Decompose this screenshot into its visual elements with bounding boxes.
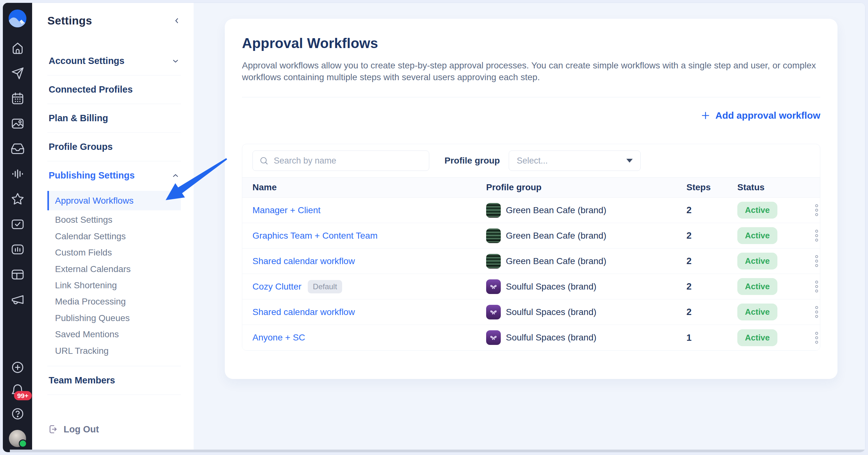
subnav-item-approval-workflows[interactable]: Approval Workflows [48,191,181,210]
row-actions-kebab[interactable] [813,304,820,320]
sidebar-item-plan-billing[interactable]: Plan & Billing [48,104,181,133]
search-input[interactable] [274,156,423,166]
profile-group-select[interactable]: Select... [509,150,641,171]
calendar-icon[interactable] [10,91,25,106]
ads-megaphone-icon[interactable] [10,292,25,307]
column-header-name: Name [252,182,486,193]
profile-group-avatar [486,228,501,243]
media-library-icon[interactable] [10,116,25,131]
table-row: Shared calendar workflow Soulful Spaces … [242,300,820,325]
workflows-table: Profile group Select... Name Profile gro… [242,144,820,351]
subnav-item-saved-mentions[interactable]: Saved Mentions [48,326,181,342]
user-avatar[interactable] [9,430,26,447]
table-header: Name Profile group Steps Status [242,177,820,198]
steps-count: 2 [686,307,737,317]
row-actions-kebab[interactable] [813,228,820,244]
status-badge: Active [737,304,777,320]
sidebar-item-team-members[interactable]: Team Members [48,366,181,395]
subnav-item-link-shortening[interactable]: Link Shortening [48,277,181,293]
workflow-name-link[interactable]: Cozy Clutter [252,282,302,292]
page-title: Approval Workflows [242,35,820,51]
workflow-name-link[interactable]: Anyone + SC [252,333,305,343]
analytics-icon[interactable] [10,242,25,256]
table-row: Anyone + SC Soulful Spaces (brand) 1 Act… [242,325,820,350]
table-row: Manager + Client Green Bean Cafe (brand)… [242,198,820,223]
steps-count: 2 [686,256,737,266]
search-box [252,150,429,171]
workflow-name-link[interactable]: Shared calendar workflow [252,307,355,317]
profile-group-avatar [486,330,501,345]
home-icon[interactable] [10,41,25,55]
column-header-steps: Steps [686,182,737,193]
column-header-profile-group: Profile group [486,182,686,193]
status-badge: Active [737,278,777,295]
sidebar-item-connected-profiles[interactable]: Connected Profiles [48,76,181,104]
bottom-edge-strip [10,450,865,452]
row-actions-kebab[interactable] [813,330,820,345]
help-icon[interactable] [10,407,25,421]
sidebar-item-profile-groups[interactable]: Profile Groups [48,133,181,161]
star-icon[interactable] [10,192,25,206]
icon-rail: 99+ [3,3,32,452]
inbox-icon[interactable] [10,142,25,156]
app-frame: 99+ Settings Account Settings [3,3,865,452]
add-approval-workflow-button[interactable]: Add approval workflow [701,110,820,121]
rail-bottom: 99+ [9,360,26,447]
workflow-name-link[interactable]: Shared calendar workflow [252,256,355,266]
settings-sidebar: Settings Account Settings Connected Prof… [32,3,194,452]
subnav-item-media-processing[interactable]: Media Processing [48,293,181,310]
profile-group-avatar [486,254,501,268]
approval-workflows-card: Approval Workflows Approval workflows al… [225,19,837,379]
table-row: Cozy Clutter Default Soulful Spaces (bra… [242,274,820,300]
sidebar-item-account-settings[interactable]: Account Settings [48,47,181,76]
row-actions-kebab[interactable] [813,202,820,218]
workflow-name-link[interactable]: Manager + Client [252,205,320,216]
main-content: Approval Workflows Approval workflows al… [194,3,865,452]
profile-group-label: Profile group [444,155,500,166]
subnav-item-url-tracking[interactable]: URL Tracking [48,343,181,359]
profile-group-avatar [486,203,501,218]
dashboard-icon[interactable] [10,267,25,282]
select-caret-icon [626,159,633,163]
add-icon[interactable] [10,360,25,374]
status-badge: Active [737,227,777,244]
publishing-settings-subnav: Approval Workflows Boost Settings Calend… [48,190,181,366]
workflow-name-link[interactable]: Graphics Team + Content Team [252,231,378,241]
chevron-up-icon [172,171,180,180]
table-filters: Profile group Select... [242,144,820,177]
audio-wave-icon[interactable] [10,167,25,181]
profile-group-avatar [486,279,501,294]
subnav-item-boost-settings[interactable]: Boost Settings [48,211,181,228]
search-icon [259,156,269,166]
logout-door-icon [48,424,59,435]
approvals-check-icon[interactable] [10,217,25,231]
notifications-bell-icon[interactable]: 99+ [10,383,25,398]
send-icon[interactable] [10,66,25,81]
logout-button[interactable]: Log Out [48,421,181,443]
profile-group-avatar [486,305,501,319]
table-row: Shared calendar workflow Green Bean Cafe… [242,249,820,274]
table-row: Graphics Team + Content Team Green Bean … [242,223,820,249]
row-actions-kebab[interactable] [813,279,820,294]
column-header-status: Status [737,182,809,193]
status-badge: Active [737,202,777,219]
steps-count: 2 [686,281,737,292]
app-logo-icon[interactable] [8,9,27,28]
notification-badge: 99+ [14,391,32,400]
sidebar-title: Settings [48,14,92,27]
page-description: Approval workflows allow you to create s… [242,59,819,83]
status-badge: Active [737,329,777,346]
sidebar-item-publishing-settings[interactable]: Publishing Settings [48,161,181,190]
collapse-sidebar-icon[interactable] [173,17,181,25]
subnav-item-custom-fields[interactable]: Custom Fields [48,244,181,261]
steps-count: 2 [686,230,737,241]
default-badge: Default [308,280,342,293]
rail-nav [10,41,25,307]
toolbar: Add approval workflow [242,97,820,144]
row-actions-kebab[interactable] [813,253,820,269]
status-badge: Active [737,253,777,269]
subnav-item-publishing-queues[interactable]: Publishing Queues [48,310,181,326]
steps-count: 2 [686,205,737,216]
subnav-item-external-calendars[interactable]: External Calendars [48,261,181,277]
subnav-item-calendar-settings[interactable]: Calendar Settings [48,228,181,244]
